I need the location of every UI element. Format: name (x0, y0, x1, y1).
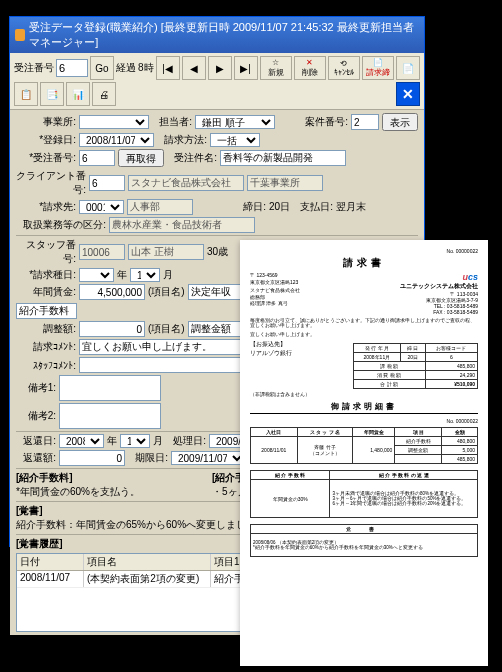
last-button[interactable]: ▶| (234, 56, 258, 80)
memo2-input[interactable] (59, 403, 161, 429)
invoice-greeting: 毎度格別のお引立て、誠にありがとうございます。下記の通り御請求申し上げますのでご… (250, 318, 478, 329)
memo2-label: 備考2: (16, 409, 56, 423)
staffno-label: スタッフ番号: (16, 238, 76, 266)
ordername-input[interactable] (220, 150, 346, 166)
procdate-label: 処理日: (166, 434, 206, 448)
office-label: 事業所: (16, 115, 76, 129)
misc3-button[interactable]: 📊 (66, 82, 90, 106)
paydue-value: 翌月末 (336, 200, 366, 214)
jobclass-input (109, 217, 255, 233)
detail-title: 御請求明細書 (250, 401, 478, 414)
close-button[interactable]: ✕ (396, 82, 420, 106)
misc1-button[interactable]: 📋 (14, 82, 38, 106)
app-icon (15, 29, 25, 41)
invoice-close-button[interactable]: 📄請求締 (362, 56, 394, 80)
invoice-preview: No. 00000022 請求書 〒 123-4569 東京都文京区湯島123 … (240, 240, 488, 666)
adjust-item-input[interactable] (188, 321, 244, 337)
elapsed-value: 8時 (138, 61, 154, 75)
invoice-title: 請求書 (250, 256, 478, 270)
titlebar: 受注データ登録(職業紹介) [最終更新日時 2009/11/07 21:45:3… (10, 17, 424, 53)
prev-button[interactable]: ◀ (182, 56, 206, 80)
elapsed-label: 経過 (116, 61, 136, 75)
first-button[interactable]: |◀ (156, 56, 180, 80)
invoice-summary: 発 行 年 月締 日お客様コード 2008年11月20日6 課 税 額485,8… (353, 343, 478, 389)
introfee-header: [紹介手数料] (16, 471, 209, 485)
company-logo: cs (400, 272, 478, 282)
office-select[interactable] (79, 115, 149, 129)
memo1-label: 備考1: (16, 381, 56, 395)
introfee-item-input[interactable] (16, 303, 77, 319)
deadline-label: 期限日: (128, 451, 168, 465)
next-button[interactable]: ▶ (208, 56, 232, 80)
client-label: クライアント番号: (16, 169, 86, 197)
fee-rules-table: 紹 介 手 数 料紹 介 手 数 料 の 返 還 年間賃金の30% 3ヶ月未満で… (250, 470, 478, 518)
staffname-input (128, 244, 204, 260)
billto-name (127, 199, 193, 215)
toolbar: 受注番号 Go 経過 8時 |◀ ◀ ▶ ▶| ☆新規 ✕削除 ⟲ｷｬﾝｾﾙ 📄… (10, 53, 424, 110)
reget-button[interactable]: 再取得 (118, 149, 164, 167)
misc2-button[interactable]: 📑 (40, 82, 64, 106)
print-button[interactable]: 📄 (396, 56, 420, 80)
closing-label: 締日: (236, 200, 266, 214)
returnamt-input[interactable] (59, 450, 125, 466)
caseno-label: 案件番号: (298, 115, 348, 129)
detail-table: 入社日ス タ ッ フ 名年間賃金項 目金額 2008/11/01 斉藤 竹子（コ… (250, 427, 478, 464)
closing-value: 20日 (269, 200, 290, 214)
jobclass-label: 取扱業務等の区分: (16, 218, 106, 232)
orderno2-label: *受注番号: (16, 151, 76, 165)
returnamt-label: 返還額: (16, 451, 56, 465)
new-button[interactable]: ☆新規 (260, 56, 292, 80)
delete-button[interactable]: ✕削除 (294, 56, 326, 80)
invoice-to: cs ユニテックシステム株式会社 〒 113-0034 東京都文京区湯島3-7-… (400, 272, 478, 315)
paydue-label: 支払日: (293, 200, 333, 214)
caseno-input[interactable] (351, 114, 379, 130)
adjust-label: 調整額: (16, 322, 76, 336)
invoice-from: 〒 123-4569 東京都文京区湯島123 スタナビ食品株式会社 総務部 経理… (250, 272, 300, 315)
client-name (128, 175, 244, 191)
billtype-label: *請求種日: (16, 268, 76, 282)
ordername-label: 受注件名: (167, 151, 217, 165)
person-select[interactable]: 鎌田 順子 (195, 115, 275, 129)
billto-code[interactable]: 0001 (79, 200, 124, 214)
staff-age: 30歳 (207, 245, 228, 259)
memo-table: 覚 書 2008/08/06 （本契約表面第2項の変更） *紹介手数料を年間賃金… (250, 524, 478, 557)
invoice-bank: 【お振込先】 リアルゾウ銀行 (250, 340, 349, 389)
go-button[interactable]: Go (90, 56, 114, 80)
introfee-rule: *年間賃金の60%を支払う。 (16, 485, 209, 499)
cancel-button[interactable]: ⟲ｷｬﾝｾﾙ (328, 56, 360, 80)
salary-label: 年間賃金: (16, 285, 76, 299)
client-input[interactable] (89, 175, 125, 191)
returndate-y[interactable]: 2008 (59, 434, 104, 448)
client-office (247, 175, 323, 191)
col-item: 項目名 (84, 554, 211, 570)
show-button[interactable]: 表示 (382, 113, 418, 131)
regdate-label: *登録日: (16, 133, 76, 147)
billmethod-select[interactable]: 一括 (210, 133, 260, 147)
memo1-input[interactable] (59, 375, 161, 401)
billtype-y[interactable] (79, 268, 114, 282)
col-date: 日付 (17, 554, 84, 570)
staffcomment-label: ｽﾀｯﾌｺﾒﾝﾄ: (16, 360, 76, 371)
order-no-input[interactable] (56, 59, 88, 77)
window-title: 受注データ登録(職業紹介) [最終更新日時 2009/11/07 21:45:3… (29, 20, 419, 50)
salary-item-input[interactable] (188, 284, 244, 300)
order-no-label: 受注番号 (14, 61, 54, 75)
regdate-select[interactable]: 2008/11/07 (79, 133, 154, 147)
billmethod-label: 請求方法: (157, 133, 207, 147)
adjust-input[interactable] (79, 321, 145, 337)
person-label: 担当者: (152, 115, 192, 129)
deadline-select[interactable]: 2009/11/07 (171, 451, 246, 465)
staffno-input (79, 244, 125, 260)
salary-input[interactable] (79, 284, 145, 300)
billto-label: *請求先: (16, 200, 76, 214)
returndate-label: 返還日: (16, 434, 56, 448)
orderno2-input[interactable] (79, 150, 115, 166)
misc4-button[interactable]: 🖨 (92, 82, 116, 106)
billcomment-label: 請求ｺﾒﾝﾄ: (16, 340, 76, 354)
returndate-m[interactable]: 11 (120, 434, 150, 448)
billtype-m[interactable]: 11 (130, 268, 160, 282)
